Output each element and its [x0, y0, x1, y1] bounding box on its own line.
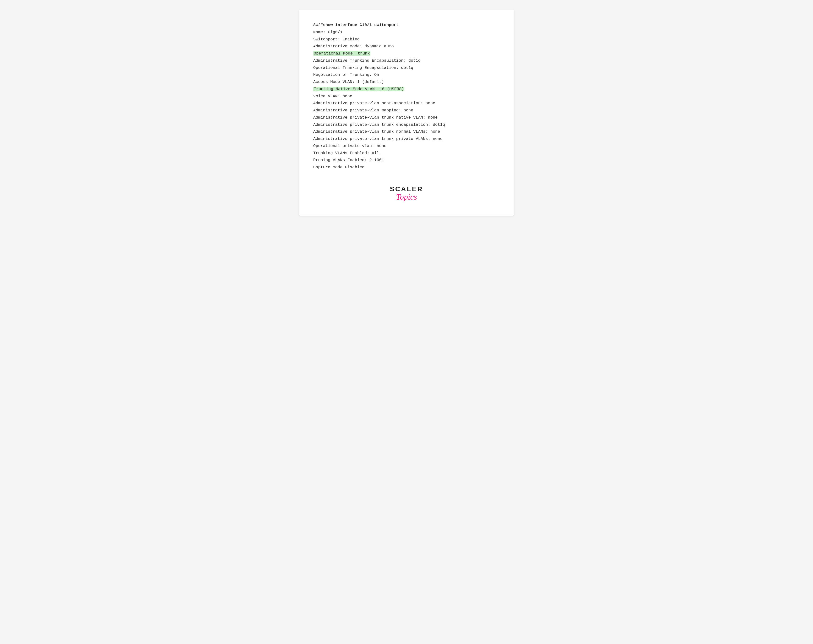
logo-topics: Topics — [396, 192, 417, 201]
terminal-line-pvlan-mapping: Administrative private-vlan mapping: non… — [313, 107, 500, 114]
terminal-line-negotiation: Negotiation of Trunking: On — [313, 71, 500, 78]
terminal-line-pvlan-trunk-encap: Administrative private-vlan trunk encaps… — [313, 121, 500, 128]
command-prompt: SW2# — [313, 23, 323, 27]
terminal-line-admin-trunk-encap: Administrative Trunking Encapsulation: d… — [313, 57, 500, 64]
command-text: show interface Gi0/1 switchport — [323, 23, 399, 27]
terminal-line-native-vlan: Trunking Native Mode VLAN: 10 (USERS) — [313, 86, 500, 93]
terminal-line-pvlan-trunk-private: Administrative private-vlan trunk privat… — [313, 135, 500, 143]
terminal-line-trunking-vlans: Trunking VLANs Enabled: All — [313, 150, 500, 157]
terminal-line-operational-mode: Operational Mode: trunk — [313, 50, 500, 57]
terminal-line-oper-pvlan: Operational private-vlan: none — [313, 143, 500, 150]
terminal-block: SW2#show interface Gi0/1 switchport Name… — [313, 21, 500, 171]
logo-container: SCALER Topics — [390, 185, 423, 201]
terminal-line-oper-trunk-encap: Operational Trunking Encapsulation: dot1… — [313, 64, 500, 72]
terminal-line-pvlan-trunk-normal: Administrative private-vlan trunk normal… — [313, 128, 500, 135]
terminal-line-capture-mode: Capture Mode Disabled — [313, 164, 500, 171]
logo-scaler: SCALER — [390, 185, 423, 193]
terminal-line-admin-mode: Administrative Mode: dynamic auto — [313, 43, 500, 50]
terminal-line-name: Name: Gig0/1 — [313, 29, 500, 36]
highlighted-text: Operational Mode: trunk — [313, 51, 370, 56]
terminal-line-switchport: Switchport: Enabled — [313, 36, 500, 43]
terminal-line-voice-vlan: Voice VLAN: none — [313, 93, 500, 100]
terminal-line-pvlan-trunk-native: Administrative private-vlan trunk native… — [313, 114, 500, 121]
terminal-line-pvlan-host: Administrative private-vlan host-associa… — [313, 100, 500, 107]
terminal-line-access-vlan: Access Mode VLAN: 1 (default) — [313, 78, 500, 86]
highlighted-text: Trunking Native Mode VLAN: 10 (USERS) — [313, 87, 404, 91]
terminal-line-pruning-vlans: Pruning VLANs Enabled: 2-1001 — [313, 156, 500, 164]
command-line: SW2#show interface Gi0/1 switchport — [313, 21, 500, 29]
page-container: SW2#show interface Gi0/1 switchport Name… — [299, 9, 514, 216]
